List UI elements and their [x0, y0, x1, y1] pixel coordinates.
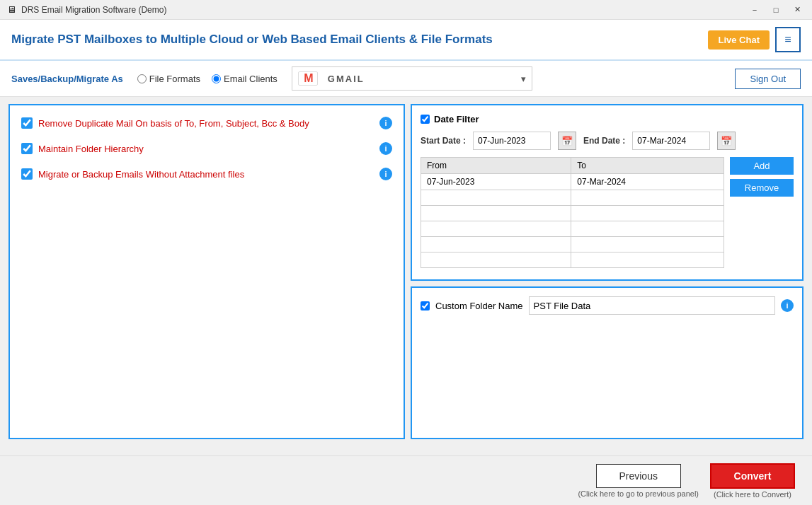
info-icon-1[interactable]: i: [379, 117, 392, 129]
header-right: Live Chat ≡: [708, 27, 801, 52]
file-formats-option[interactable]: File Formats: [137, 74, 200, 84]
convert-button-subtitle: (Click here to Convert): [714, 490, 791, 499]
option-item-1: Remove Duplicate Mail On basis of To, Fr…: [21, 117, 392, 129]
main-content: Remove Duplicate Mail On basis of To, Fr…: [0, 97, 812, 446]
gmail-select-wrapper: M GMAIL ▾: [292, 66, 532, 91]
empty-row-4: [421, 237, 724, 253]
previous-button-subtitle: (Click here to go to previous panel): [578, 489, 699, 498]
gmail-icon: M: [298, 71, 322, 86]
email-clients-radio[interactable]: [212, 74, 221, 83]
custom-folder-label: Custom Folder Name: [435, 301, 523, 311]
gmail-label: GMAIL: [328, 74, 365, 84]
close-button[interactable]: ✕: [788, 3, 806, 17]
option-item-2: Maintain Folder Hierarchy i: [21, 142, 392, 155]
title-bar-text: DRS Email Migration Software (Demo): [21, 5, 745, 15]
previous-button-wrapper: Previous (Click here to go to previous p…: [578, 464, 699, 498]
maximize-button[interactable]: □: [767, 3, 785, 17]
email-clients-option[interactable]: Email Clients: [212, 74, 278, 84]
sign-out-button[interactable]: Sign Out: [735, 69, 801, 89]
empty-row-2: [421, 206, 724, 221]
custom-folder-info-icon[interactable]: i: [781, 299, 794, 312]
saves-label: Saves/Backup/Migrate As: [11, 74, 123, 84]
no-attachment-checkbox[interactable]: [21, 168, 33, 180]
date-table-wrap: From To 07-Jun-2023 07-Mar-2024: [421, 157, 794, 271]
no-attachment-label: Migrate or Backup Emails Without Attachm…: [38, 169, 374, 180]
remove-duplicate-label: Remove Duplicate Mail On basis of To, Fr…: [38, 118, 374, 129]
live-chat-button[interactable]: Live Chat: [708, 30, 770, 50]
empty-row-1: [421, 190, 724, 206]
file-formats-radio[interactable]: [137, 74, 147, 83]
date-table-container: From To 07-Jun-2023 07-Mar-2024: [421, 157, 724, 271]
format-radio-group: File Formats Email Clients: [137, 74, 278, 84]
convert-button[interactable]: Convert: [710, 463, 795, 489]
date-row: Start Date : 📅 End Date : 📅: [421, 132, 794, 150]
empty-row-3: [421, 221, 724, 237]
end-date-calendar-button[interactable]: 📅: [717, 132, 736, 150]
toolbar: Saves/Backup/Migrate As File Formats Ema…: [0, 61, 812, 97]
minimize-button[interactable]: −: [745, 3, 764, 17]
app-icon: 🖥: [6, 4, 17, 16]
file-formats-label: File Formats: [149, 74, 200, 84]
to-date-cell: 07-Mar-2024: [571, 174, 724, 190]
maintain-folder-label: Maintain Folder Hierarchy: [38, 144, 374, 154]
table-action-buttons: Add Remove: [730, 157, 794, 271]
maintain-folder-checkbox[interactable]: [21, 143, 33, 154]
date-filter-checkbox[interactable]: [421, 115, 430, 124]
date-range-table: From To 07-Jun-2023 07-Mar-2024: [421, 157, 724, 268]
date-filter-box: Date Filter Start Date : 📅 End Date : 📅 …: [411, 104, 804, 281]
convert-button-wrapper: Convert (Click here to Convert): [710, 463, 795, 499]
add-date-range-button[interactable]: Add: [730, 157, 794, 175]
footer: Previous (Click here to go to previous p…: [0, 455, 812, 505]
title-bar: 🖥 DRS Email Migration Software (Demo) − …: [0, 0, 812, 20]
custom-folder-header: Custom Folder Name i: [421, 296, 794, 315]
info-icon-2[interactable]: i: [379, 142, 392, 155]
custom-folder-box: Custom Folder Name i: [411, 286, 804, 439]
left-panel: Remove Duplicate Mail On basis of To, Fr…: [8, 104, 405, 439]
from-column-header: From: [421, 158, 571, 174]
dropdown-arrow-icon: ▾: [521, 74, 526, 84]
start-date-label: Start Date :: [421, 136, 466, 146]
date-range-row[interactable]: 07-Jun-2023 07-Mar-2024: [421, 174, 724, 190]
empty-row-5: [421, 253, 724, 268]
from-date-cell: 07-Jun-2023: [421, 174, 571, 190]
header: Migrate PST Mailboxes to Multiple Cloud …: [0, 20, 812, 61]
end-date-label: End Date :: [583, 136, 625, 146]
end-date-input[interactable]: [632, 132, 710, 150]
remove-date-range-button[interactable]: Remove: [730, 179, 794, 197]
option-item-3: Migrate or Backup Emails Without Attachm…: [21, 168, 392, 180]
remove-duplicate-checkbox[interactable]: [21, 117, 33, 129]
title-bar-controls: − □ ✕: [745, 3, 806, 17]
date-filter-header: Date Filter: [421, 114, 794, 124]
to-column-header: To: [571, 158, 724, 174]
custom-folder-input[interactable]: [529, 296, 775, 315]
email-clients-label: Email Clients: [224, 74, 278, 84]
gmail-dropdown[interactable]: M GMAIL ▾: [292, 66, 532, 91]
right-panel: Date Filter Start Date : 📅 End Date : 📅 …: [411, 104, 804, 439]
custom-folder-checkbox[interactable]: [421, 301, 430, 310]
start-date-calendar-button[interactable]: 📅: [558, 132, 576, 150]
header-title: Migrate PST Mailboxes to Multiple Cloud …: [11, 33, 493, 47]
menu-button[interactable]: ≡: [775, 27, 801, 52]
previous-button[interactable]: Previous: [596, 464, 681, 488]
start-date-input[interactable]: [473, 132, 551, 150]
date-filter-label: Date Filter: [434, 114, 479, 124]
info-icon-3[interactable]: i: [379, 168, 392, 180]
